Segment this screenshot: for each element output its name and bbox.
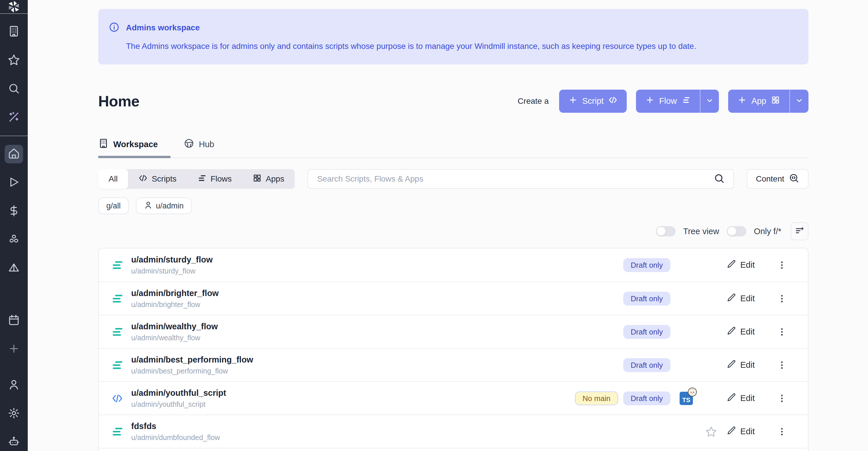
edit-button[interactable]: Edit <box>727 359 770 371</box>
item-title: u/admin/sturdy_flow <box>131 255 537 265</box>
tag-u-admin[interactable]: u/admin <box>136 198 192 214</box>
search-code-icon <box>789 173 799 185</box>
badges: Draft only <box>537 292 670 306</box>
item-path: u/admin/dumbfounded_flow <box>131 433 537 442</box>
status-badge: Draft only <box>623 258 670 272</box>
user-icon <box>144 201 153 211</box>
windmill-logo[interactable] <box>0 0 28 13</box>
cubes-icon <box>8 233 20 247</box>
home-icon <box>8 147 20 161</box>
tab-workspace[interactable]: Workspace <box>98 138 170 157</box>
row-menu-button[interactable] <box>776 427 788 437</box>
sidebar-item-ai[interactable] <box>5 109 23 127</box>
table-row[interactable]: u/admin/important_script u/admin/importa… <box>99 448 808 451</box>
item-path: u/admin/wealthy_flow <box>131 334 537 342</box>
create-flow-button[interactable]: Flow <box>636 90 719 113</box>
table-row[interactable]: u/admin/best_performing_flow u/admin/bes… <box>99 348 808 381</box>
create-flow-dropdown[interactable] <box>700 90 719 113</box>
filter-scripts[interactable]: Scripts <box>128 169 187 189</box>
create-app-button[interactable]: App <box>728 90 808 113</box>
layout-grid-icon <box>771 95 780 107</box>
content-button-label: Content <box>756 174 784 184</box>
page-title: Home <box>98 92 139 110</box>
create-app-label: App <box>751 96 766 106</box>
tab-hub[interactable]: Hub <box>170 138 227 157</box>
globe-icon <box>184 138 194 151</box>
plus-icon <box>737 95 747 107</box>
row-menu-button[interactable] <box>776 260 788 270</box>
tag-label: g/all <box>106 202 121 210</box>
row-menu-button[interactable] <box>776 327 788 337</box>
code-icon <box>138 174 148 185</box>
sidebar-item-add[interactable] <box>5 340 23 359</box>
badges: No mainDraft only <box>537 391 670 405</box>
view-options: Tree view Only f/* <box>98 222 808 240</box>
create-script-button[interactable]: Script <box>559 90 627 113</box>
filter-flows[interactable]: Flows <box>187 169 242 189</box>
sidebar-item-runs[interactable] <box>5 174 23 192</box>
flow-bars-icon <box>681 95 690 107</box>
create-script-label: Script <box>582 96 603 106</box>
item-title: u/admin/best_performing_flow <box>131 355 537 365</box>
plus-icon <box>8 342 20 356</box>
gear-icon <box>8 407 20 420</box>
banner-body: The Admins workspace is for admins only … <box>126 41 796 52</box>
owner-filters: g/all u/admin <box>98 198 808 214</box>
row-menu-button[interactable] <box>776 360 788 370</box>
table-row[interactable]: u/admin/brighter_flow u/admin/brighter_f… <box>99 281 808 315</box>
edit-button[interactable]: Edit <box>727 326 770 337</box>
filter-scripts-label: Scripts <box>152 174 177 184</box>
row-menu-button[interactable] <box>776 294 788 304</box>
items-table: u/admin/sturdy_flow u/admin/sturdy_flow … <box>98 248 808 451</box>
sidebar-item-home[interactable] <box>5 145 23 163</box>
status-badge: Draft only <box>623 358 670 372</box>
sidebar-item-schedules[interactable] <box>5 311 23 330</box>
search-icon[interactable] <box>714 173 725 185</box>
table-row[interactable]: u/admin/youthful_script u/admin/youthful… <box>99 381 808 415</box>
filter-all[interactable]: All <box>98 169 128 189</box>
flow-icon <box>111 426 124 438</box>
pencil-icon <box>727 259 736 271</box>
filter-all-label: All <box>108 174 118 184</box>
create-app-dropdown[interactable] <box>789 90 808 113</box>
edit-button[interactable]: Edit <box>727 293 770 304</box>
tag-label: u/admin <box>156 202 184 210</box>
search-input[interactable] <box>317 174 708 184</box>
tab-workspace-label: Workspace <box>113 140 158 149</box>
pyramid-icon <box>8 262 20 275</box>
edit-button[interactable]: Edit <box>727 426 770 437</box>
sidebar-item-resources[interactable] <box>5 231 23 249</box>
only-f-toggle[interactable] <box>727 226 746 237</box>
sidebar-item-triggers[interactable] <box>5 259 23 278</box>
kind-filter: All Scripts Flows <box>98 169 295 189</box>
content-search-button[interactable]: Content <box>747 169 808 189</box>
sidebar-item-workers[interactable] <box>5 23 23 41</box>
main-content: Admins workspace The Admins workspace is… <box>28 0 868 451</box>
edit-label: Edit <box>740 260 755 270</box>
sidebar-item-settings[interactable] <box>5 404 23 423</box>
sidebar-item-search[interactable] <box>5 80 23 98</box>
tabs: Workspace Hub <box>98 138 808 158</box>
sidebar-item-favorites[interactable] <box>5 51 23 70</box>
item-title: fdsfds <box>131 422 537 431</box>
sidebar-item-variables[interactable] <box>5 202 23 220</box>
sidebar-item-workers-bot[interactable] <box>5 433 23 451</box>
extra-filters-button[interactable] <box>790 222 808 240</box>
row-menu-button[interactable] <box>776 393 788 403</box>
item-title: u/admin/youthful_script <box>131 388 537 398</box>
table-row[interactable]: u/admin/wealthy_flow u/admin/wealthy_flo… <box>99 315 808 348</box>
tree-view-toggle[interactable] <box>656 226 676 237</box>
favorite-star-button[interactable] <box>702 426 720 438</box>
filter-apps[interactable]: Apps <box>242 169 295 189</box>
edit-button[interactable]: Edit <box>727 259 770 271</box>
sidebar-item-account[interactable] <box>5 376 23 394</box>
edit-label: Edit <box>740 360 755 370</box>
layout-grid-icon <box>252 174 262 185</box>
table-row[interactable]: u/admin/sturdy_flow u/admin/sturdy_flow … <box>99 248 808 281</box>
item-path: u/admin/best_performing_flow <box>131 367 537 375</box>
wand-sparkles-icon <box>8 111 20 124</box>
calendar-icon <box>8 314 20 327</box>
tag-g-all[interactable]: g/all <box>98 198 129 214</box>
edit-button[interactable]: Edit <box>727 393 770 404</box>
table-row[interactable]: fdsfds u/admin/dumbfounded_flow Edit <box>99 415 808 448</box>
